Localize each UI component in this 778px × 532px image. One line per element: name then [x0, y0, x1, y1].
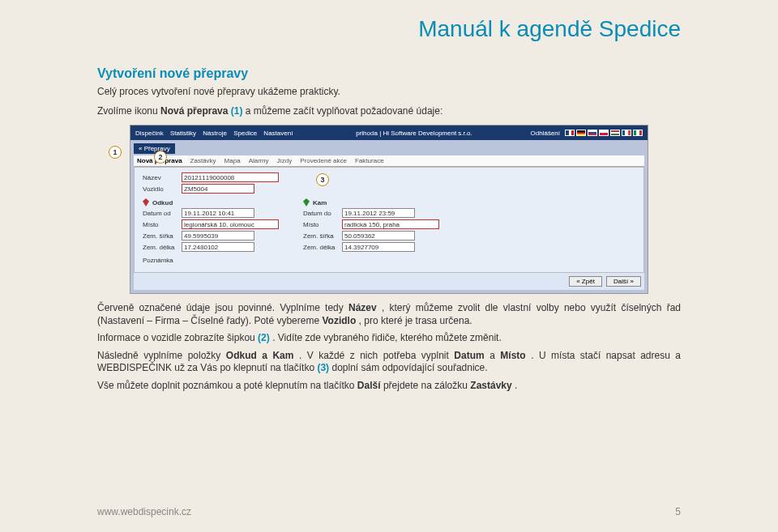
menu-statistiky[interactable]: Statistiky — [170, 130, 196, 137]
flags — [565, 130, 643, 136]
select-vozidlo[interactable]: ZM5004 — [182, 184, 254, 194]
p2-text: Informace o vozidle zobrazíte šipkou — [97, 332, 258, 343]
input-datum-od[interactable]: 19.11.2012 10:41 — [182, 208, 254, 218]
intro-ref-1: (1) — [231, 105, 243, 117]
flag-pl[interactable] — [599, 130, 609, 136]
label-odkud: Odkud — [152, 199, 173, 206]
pin-icon — [303, 198, 310, 206]
breadcrumb[interactable]: « Přepravy — [134, 143, 175, 154]
page-number: 5 — [675, 506, 681, 517]
tab-fakturace[interactable]: Fakturace — [355, 157, 384, 164]
p3-text: a — [489, 350, 500, 361]
input-sirka-od[interactable]: 49.5995039 — [182, 231, 254, 240]
p1-text: , pro které je trasa určena. — [359, 315, 472, 326]
p4-text: . — [515, 380, 517, 391]
section-title: Vytvoření nové přepravy — [97, 66, 681, 81]
intro-text: a můžeme začít vyplňovat požadované údaj… — [246, 105, 442, 117]
p4-text: přejdete na záložku — [383, 380, 470, 391]
input-datum-do[interactable]: 19.11.2012 23:59 — [342, 208, 415, 218]
subtabs: Nová přeprava Zastávky Mapa Alarmy Jízdy… — [134, 155, 644, 167]
menu-dispecink[interactable]: Dispečink — [135, 130, 164, 137]
input-sirka-do[interactable]: 50.059362 — [342, 231, 415, 240]
tab-alarmy[interactable]: Alarmy — [249, 157, 269, 164]
menu-nastaveni[interactable]: Nastavení — [263, 130, 293, 137]
flag-hu[interactable] — [610, 130, 620, 136]
input-nazev[interactable]: 20121119000008 — [182, 172, 279, 182]
p3-bold-odkud-kam: Odkud a Kam — [226, 350, 294, 361]
p3-text: Následně vyplníme položky — [97, 350, 226, 361]
page-title: Manuál k agendě Spedice — [97, 16, 681, 42]
label-misto-do: Místo — [303, 221, 342, 228]
p3-text: doplní sám odpovídající souřadnice. — [331, 362, 487, 373]
form-body: Název 20121119000008 Vozidlo ZM5004 Odku… — [134, 167, 644, 273]
p4-bold-dalsi: Další — [357, 380, 381, 391]
marker-3: 3 — [316, 173, 329, 186]
label-datum-do: Datum do — [303, 210, 342, 217]
screenshot-wrap: 1 2 3 Dispečink Statistiky Nástroje Sped… — [130, 125, 648, 294]
label-nazev: Název — [143, 174, 182, 181]
intro-bold: Nová přeprava — [160, 105, 228, 117]
tab-jizdy[interactable]: Jízdy — [277, 157, 293, 164]
app-topbar: Dispečink Statistiky Nástroje Spedice Na… — [130, 126, 648, 140]
p4-text: Vše můžete doplnit poznámkou a poté klep… — [97, 380, 357, 391]
p3-text: . V každé z nich potřeba vyplnit — [299, 350, 454, 361]
input-delka-od[interactable]: 17.2480102 — [182, 242, 254, 252]
input-misto-do[interactable]: radlická 150, praha — [342, 219, 439, 229]
label-datum-od: Datum od — [143, 210, 182, 217]
tab-zastavky[interactable]: Zastávky — [190, 157, 216, 164]
p1-bold-vozidlo: Vozidlo — [322, 315, 356, 326]
p3-bold-misto: Místo — [500, 350, 525, 361]
p3-bold-datum: Datum — [454, 350, 484, 361]
marker-1: 1 — [109, 146, 122, 159]
p1-bold-nazev: Název — [348, 302, 377, 313]
label-delka-od: Zem. délka — [143, 244, 182, 251]
app-screenshot: Dispečink Statistiky Nástroje Spedice Na… — [130, 125, 648, 294]
flag-fr[interactable] — [622, 130, 631, 136]
topbar-user: prihoda | Hi Software Development s.r.o. — [356, 130, 472, 137]
button-row: « Zpět Další » — [134, 273, 644, 290]
input-delka-do[interactable]: 14.3927709 — [342, 242, 415, 252]
p1-text: Červeně označené údaje jsou povinné. Vyp… — [97, 302, 348, 313]
label-poznamka: Poznámka — [143, 257, 182, 264]
tab-provedene[interactable]: Provedené akce — [300, 157, 347, 164]
body-text: Červeně označené údaje jsou povinné. Vyp… — [97, 302, 681, 393]
ref-2: (2) — [258, 332, 270, 343]
topbar-menus: Dispečink Statistiky Nástroje Spedice Na… — [135, 130, 297, 137]
label-delka-do: Zem. délka — [303, 244, 342, 251]
back-button[interactable]: « Zpět — [569, 276, 602, 287]
p2-text: . Vidíte zde vybraného řidiče, kterého m… — [272, 332, 502, 343]
intro-line1: Celý proces vytvoření nové přepravy ukáž… — [97, 86, 681, 97]
label-sirka-do: Zem. šířka — [303, 232, 342, 240]
flag-cz[interactable] — [565, 130, 575, 136]
input-misto-od[interactable]: legionářská 10, olomouc — [182, 219, 279, 229]
label-misto-od: Místo — [143, 221, 182, 228]
label-sirka-od: Zem. šířka — [143, 232, 182, 240]
ref-3: (3) — [317, 362, 329, 373]
marker-2: 2 — [154, 151, 167, 164]
next-button[interactable]: Další » — [606, 276, 641, 287]
footer-url: www.webdispecink.cz — [97, 506, 191, 517]
flag-sk[interactable] — [588, 130, 597, 136]
menu-spedice[interactable]: Spedice — [233, 130, 257, 137]
tab-mapa[interactable]: Mapa — [224, 157, 241, 164]
pin-icon — [143, 198, 149, 206]
label-vozidlo: Vozidlo — [143, 185, 182, 193]
intro-text: Zvolíme ikonu — [97, 105, 160, 117]
flag-it[interactable] — [633, 130, 643, 136]
flag-de[interactable] — [576, 130, 586, 136]
logout-link[interactable]: Odhlášení — [531, 130, 560, 137]
intro-line2: Zvolíme ikonu Nová přeprava (1) a můžeme… — [97, 105, 681, 117]
menu-nastroje[interactable]: Nástroje — [203, 130, 227, 137]
label-kam: Kam — [313, 199, 327, 206]
p4-bold-zastavky: Zastávky — [470, 380, 511, 391]
app-inner: « Přepravy Nová přeprava Zastávky Mapa A… — [130, 140, 648, 293]
